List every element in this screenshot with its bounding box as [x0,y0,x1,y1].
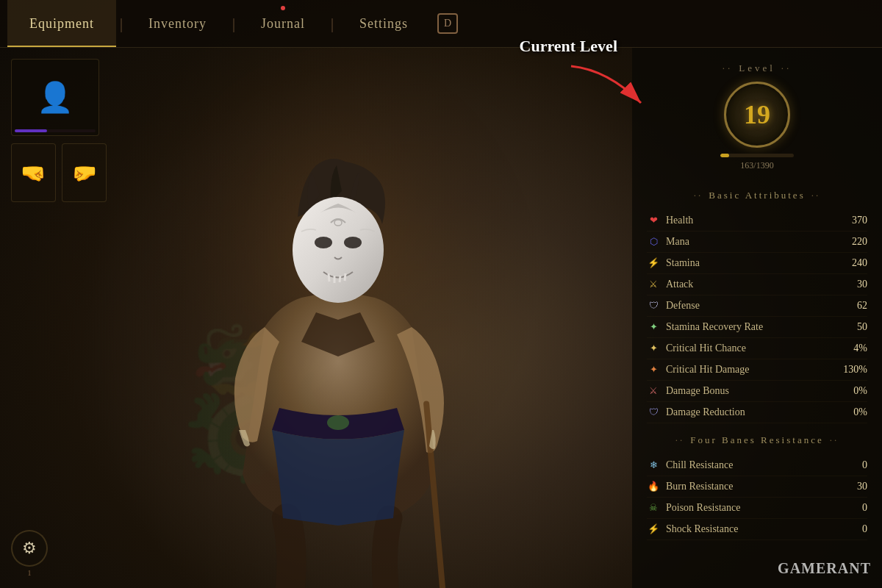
chill-icon: ❄ [647,459,660,472]
mana-icon: ⬡ [647,235,660,248]
nav-separator-1: | [116,15,126,32]
four-banes-list: ❄ Chill Resistance 0 🔥 Burn Resistance 3… [647,455,867,540]
health-icon: ❤ [647,214,660,227]
character-svg [74,48,603,588]
tab-inventory-label: Inventory [148,16,207,32]
chill-value: 0 [862,459,867,471]
gamerant-watermark: GAMERANT [778,560,871,577]
tab-equipment[interactable]: Equipment [7,0,116,47]
stat-stamina-recovery: ✦ Stamina Recovery Rate 50 [647,317,867,338]
navigation-bar: Equipment | Inventory | Journal | Settin… [0,0,882,48]
burn-icon: 🔥 [647,480,660,493]
four-banes-header: Four Banes Resistance [647,434,867,446]
stat-damage-bonus: ⚔ Damage Bonus 0% [647,381,867,402]
stat-health: ❤ Health 370 [647,210,867,232]
tab-journal-label: Journal [261,16,305,32]
level-section: Level 19 163/1390 [647,62,867,171]
chill-label: Chill Resistance [666,459,733,471]
level-xp-bar [720,154,794,157]
health-value: 370 [852,215,867,226]
nav-separator-2: | [229,15,239,32]
hand-wrap-icon-right: 🤛 [71,161,97,185]
stamina-recovery-value: 50 [857,321,867,333]
hand-wrap-icon-left: 🤜 [21,161,46,185]
shock-value: 0 [862,523,867,535]
poison-value: 0 [862,502,867,514]
bottom-item-number: 1 [28,569,32,577]
journal-notification-dot [281,6,285,10]
equipment-slot-portrait[interactable]: 👤 [11,59,99,136]
basic-attributes-header: Basic Attributes [647,190,867,201]
defense-icon: 🛡 [647,299,660,312]
stat-shock: ⚡ Shock Resistance 0 [647,519,867,540]
crit-chance-value: 4% [853,343,867,354]
shock-label: Shock Resistance [666,523,738,535]
bottom-item-circle: ⚙ [11,530,48,567]
shock-icon: ⚡ [647,523,660,536]
portrait-icon: 👤 [37,80,74,115]
damage-reduction-label: Damage Reduction [666,406,745,418]
svg-point-4 [293,197,384,303]
defense-label: Defense [666,300,700,312]
stamina-label: Stamina [666,257,700,269]
crit-damage-value: 130% [843,364,867,376]
stat-attack: ⚔ Attack 30 [647,274,867,295]
health-bar [15,129,96,132]
stat-defense: 🛡 Defense 62 [647,295,867,317]
stat-mana: ⬡ Mana 220 [647,232,867,253]
level-label: Level [647,62,867,74]
stat-poison: ☠ Poison Resistance 0 [647,498,867,519]
tab-settings[interactable]: Settings [337,0,430,47]
crit-damage-icon: ✦ [647,363,660,376]
damage-reduction-icon: 🛡 [647,406,660,419]
svg-point-5 [315,237,332,248]
equipment-slot-hand-right[interactable]: 🤛 [62,143,107,202]
level-xp-text: 163/1390 [647,160,867,171]
annotation-text: Current Level [520,37,617,56]
stamina-recovery-icon: ✦ [647,320,660,334]
current-level-annotation: Current Level [520,37,617,56]
stat-crit-chance: ✦ Critical Hit Chance 4% [647,338,867,359]
stat-stamina: ⚡ Stamina 240 [647,253,867,274]
damage-reduction-value: 0% [853,406,867,418]
stat-burn: 🔥 Burn Resistance 30 [647,476,867,498]
tab-journal[interactable]: Journal [239,0,327,47]
poison-icon: ☠ [647,501,660,514]
attack-icon: ⚔ [647,278,660,291]
mana-value: 220 [852,236,867,248]
svg-point-1 [327,415,349,430]
level-value: 19 [744,99,770,130]
bottom-left-item[interactable]: ⚙ 1 [11,530,48,577]
stat-chill: ❄ Chill Resistance 0 [647,455,867,476]
bottom-item-icon: ⚙ [22,539,37,558]
damage-bonus-value: 0% [853,385,867,397]
defense-value: 62 [857,300,867,312]
stats-panel: Level 19 163/1390 Basic Attributes ❤ Hea… [632,48,882,588]
stamina-icon: ⚡ [647,257,660,270]
basic-attributes-list: ❤ Health 370 ⬡ Mana 220 ⚡ Stamina 240 ⚔ [647,210,867,423]
svg-point-6 [344,237,362,248]
burn-value: 30 [857,481,867,492]
attack-value: 30 [857,279,867,290]
equipment-slot-row: 🤜 🤛 [11,143,107,202]
level-xp-fill [720,154,729,157]
equipment-panel: 👤 🤜 🤛 [0,48,118,213]
level-circle: 19 [724,82,790,148]
stat-damage-reduction: 🛡 Damage Reduction 0% [647,402,867,423]
equipment-slot-hand-left[interactable]: 🤜 [11,143,56,202]
poison-label: Poison Resistance [666,502,741,514]
attack-label: Attack [666,279,693,290]
tab-inventory[interactable]: Inventory [126,0,229,47]
nav-separator-3: | [327,15,337,32]
damage-bonus-label: Damage Bonus [666,385,729,397]
stamina-recovery-label: Stamina Recovery Rate [666,321,763,333]
tab-settings-label: Settings [359,16,408,32]
crit-chance-icon: ✦ [647,342,660,355]
crit-damage-label: Critical Hit Damage [666,364,750,376]
burn-label: Burn Resistance [666,481,733,492]
crit-chance-label: Critical Hit Chance [666,343,746,354]
health-bar-fill [15,129,47,132]
stat-crit-damage: ✦ Critical Hit Damage 130% [647,359,867,381]
damage-bonus-icon: ⚔ [647,384,660,398]
d-key-icon: D [437,13,458,34]
